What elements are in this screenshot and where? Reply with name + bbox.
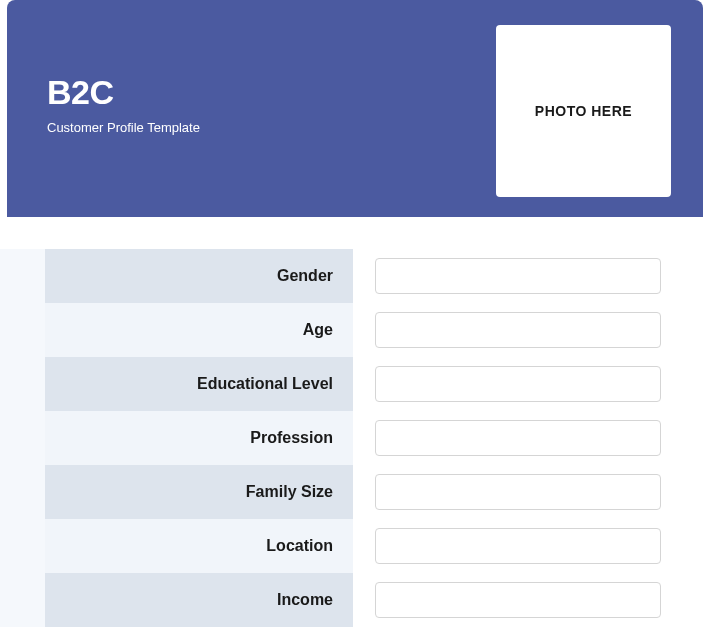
input-row [375,357,661,411]
field-label-family-size: Family Size [45,465,353,519]
labels-column: Gender Age Educational Level Profession … [0,249,353,627]
form-area: Gender Age Educational Level Profession … [0,217,710,627]
family-size-input[interactable] [375,474,661,510]
location-input[interactable] [375,528,661,564]
profession-input[interactable] [375,420,661,456]
age-input[interactable] [375,312,661,348]
input-row [375,519,661,573]
input-row [375,411,661,465]
income-input[interactable] [375,582,661,618]
header: B2C Customer Profile Template PHOTO HERE [7,0,703,217]
page-title: B2C [47,73,200,112]
input-row [375,573,661,627]
input-row [375,303,661,357]
page-subtitle: Customer Profile Template [47,120,200,135]
input-row [375,465,661,519]
field-label-educational-level: Educational Level [45,357,353,411]
field-label-location: Location [45,519,353,573]
gender-input[interactable] [375,258,661,294]
input-row [375,249,661,303]
field-label-income: Income [45,573,353,627]
inputs-column [353,249,710,627]
field-label-profession: Profession [45,411,353,465]
photo-placeholder[interactable]: PHOTO HERE [496,25,671,197]
header-text-block: B2C Customer Profile Template [47,25,200,135]
educational-level-input[interactable] [375,366,661,402]
photo-placeholder-label: PHOTO HERE [535,103,632,119]
customer-profile-template: B2C Customer Profile Template PHOTO HERE… [0,0,710,627]
field-label-age: Age [45,303,353,357]
field-label-gender: Gender [45,249,353,303]
